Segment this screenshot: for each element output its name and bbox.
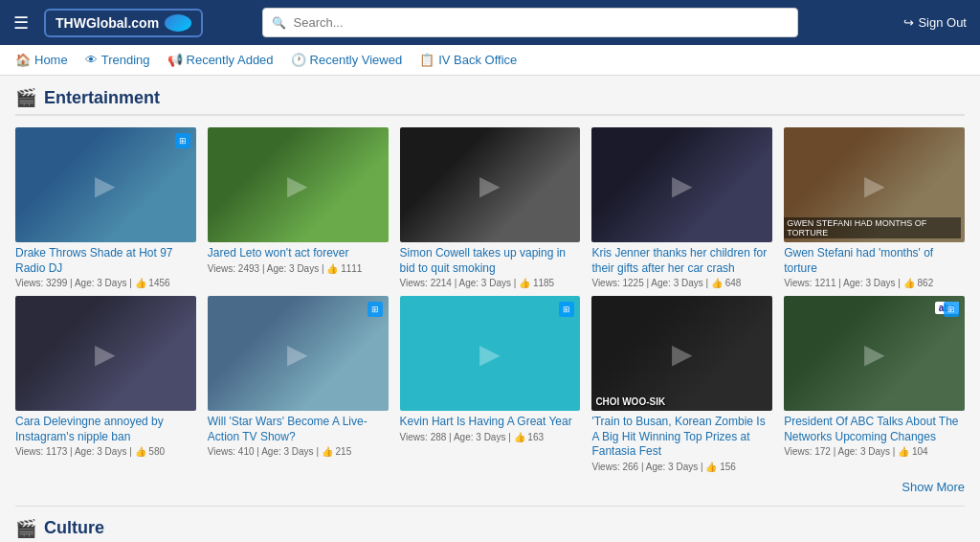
video-card[interactable]: ▶ Jared Leto won't act forever Views: 24… <box>208 127 389 288</box>
main-nav: 🏠 Home 👁 Trending 📢 Recently Added 🕐 Rec… <box>0 45 980 76</box>
video-card[interactable]: ▶ GWEN STEFANI HAD MONTHS OF TORTURE Gwe… <box>784 127 965 288</box>
video-card[interactable]: ▶ Cara Delevingne annoyed by Instagram's… <box>15 296 196 472</box>
section-divider <box>15 506 965 507</box>
search-input[interactable] <box>262 8 798 37</box>
logo-globe-icon <box>165 14 191 32</box>
hamburger-icon[interactable]: ☰ <box>13 12 29 34</box>
thumb-image: ▶ <box>208 296 389 411</box>
video-overlay-icon: ⊞ <box>559 302 574 317</box>
video-card[interactable]: ▶ ⊞ Will 'Star Wars' Become A Live-Actio… <box>208 296 389 472</box>
video-overlay-icon: ⊞ <box>175 133 190 148</box>
video-thumbnail: ▶ CHOI WOO-SIK <box>591 296 772 411</box>
video-meta: Views: 1211 | Age: 3 Days | 👍 862 <box>784 278 965 288</box>
video-title[interactable]: 'Train to Busan, Korean Zombie Is A Big … <box>591 415 772 460</box>
recently-added-icon: 📢 <box>167 53 183 67</box>
search-bar: 🔍 <box>262 8 798 37</box>
video-card[interactable]: ▶ CHOI WOO-SIK 'Train to Busan, Korean Z… <box>591 296 772 472</box>
entertainment-row-2: ▶ Cara Delevingne annoyed by Instagram's… <box>15 296 965 472</box>
video-thumbnail: ▶ ⊞ <box>400 296 581 411</box>
logo[interactable]: THWGlobal.com <box>44 9 203 37</box>
video-card[interactable]: ▶ ⊞ Drake Throws Shade at Hot 97 Radio D… <box>15 127 196 288</box>
thumb-image: ▶ <box>400 127 581 242</box>
video-thumbnail: ▶ <box>208 127 389 242</box>
video-thumbnail: ▶ ⊞ <box>15 127 196 242</box>
video-card[interactable]: ▶ ⊞ Kevin Hart Is Having A Great Year Vi… <box>400 296 581 472</box>
show-more-entertainment[interactable]: Show More <box>15 480 965 494</box>
video-title[interactable]: Will 'Star Wars' Become A Live-Action TV… <box>208 415 389 444</box>
thumb-image: ▶ <box>591 296 772 411</box>
trending-icon: 👁 <box>85 53 98 67</box>
video-title[interactable]: Cara Delevingne annoyed by Instagram's n… <box>15 415 196 444</box>
video-title[interactable]: Drake Throws Shade at Hot 97 Radio DJ <box>15 246 196 276</box>
header: ☰ THWGlobal.com 🔍 ↪ Sign Out <box>0 0 980 45</box>
logo-text: THWGlobal.com <box>56 15 159 31</box>
video-title[interactable]: Simon Cowell takes up vaping in bid to q… <box>400 246 581 276</box>
video-title[interactable]: Gwen Stefani had 'months' of torture <box>784 246 965 276</box>
culture-section-header: 🎬 Culture <box>15 518 965 542</box>
entertainment-title: Entertainment <box>44 88 160 108</box>
video-meta: Views: 3299 | Age: 3 Days | 👍 1456 <box>15 278 196 288</box>
main-content: 🎬 Entertainment ▶ ⊞ Drake Throws Shade a… <box>0 76 980 542</box>
recently-viewed-icon: 🕐 <box>291 53 306 67</box>
thumb-image: ▶ <box>15 127 196 242</box>
video-meta: Views: 410 | Age: 3 Days | 👍 215 <box>208 446 389 457</box>
nav-recently-viewed[interactable]: 🕐 Recently Viewed <box>291 53 403 67</box>
video-overlay-icon: ⊞ <box>944 302 959 317</box>
video-meta: Views: 2493 | Age: 3 Days | 👍 1111 <box>208 263 389 274</box>
signout-icon: ↪ <box>903 15 914 30</box>
culture-icon: 🎬 <box>15 518 36 539</box>
entertainment-section-header: 🎬 Entertainment <box>15 87 965 116</box>
thumb-image: ▶ <box>15 296 196 411</box>
video-thumbnail: ▶ ⊞ <box>208 296 389 411</box>
video-thumbnail: ▶ abc ⊞ <box>784 296 965 411</box>
video-title[interactable]: Kris Jenner thanks her children for thei… <box>591 246 772 276</box>
video-card[interactable]: ▶ Simon Cowell takes up vaping in bid to… <box>400 127 581 288</box>
thumb-image: ▶ <box>591 127 772 242</box>
video-card[interactable]: ▶ Kris Jenner thanks her children for th… <box>591 127 772 288</box>
video-thumbnail: ▶ GWEN STEFANI HAD MONTHS OF TORTURE <box>784 127 965 242</box>
entertainment-row-1: ▶ ⊞ Drake Throws Shade at Hot 97 Radio D… <box>15 127 965 288</box>
video-card[interactable]: ▶ abc ⊞ President Of ABC Talks About The… <box>784 296 965 472</box>
video-meta: Views: 288 | Age: 3 Days | 👍 163 <box>400 432 581 442</box>
thumb-image: ▶ <box>208 127 389 242</box>
video-thumbnail: ▶ <box>591 127 772 242</box>
nav-iv-back-office[interactable]: 📋 IV Back Office <box>419 53 517 67</box>
nav-recently-added[interactable]: 📢 Recently Added <box>167 53 274 67</box>
culture-title: Culture <box>44 518 104 538</box>
video-thumbnail: ▶ <box>400 127 581 242</box>
entertainment-icon: 🎬 <box>15 87 36 108</box>
thumb-image: ▶ <box>400 296 581 411</box>
thumb-label: CHOI WOO-SIK <box>595 396 665 407</box>
video-meta: Views: 2214 | Age: 3 Days | 👍 1185 <box>400 278 581 288</box>
video-meta: Views: 172 | Age: 3 Days | 👍 104 <box>784 446 965 457</box>
video-meta: Views: 1173 | Age: 3 Days | 👍 580 <box>15 446 196 457</box>
thumb-caption: GWEN STEFANI HAD MONTHS OF TORTURE <box>784 217 961 238</box>
video-meta: Views: 266 | Age: 3 Days | 👍 156 <box>591 462 772 472</box>
video-title[interactable]: Jared Leto won't act forever <box>208 246 389 261</box>
search-icon: 🔍 <box>272 16 286 30</box>
video-meta: Views: 1225 | Age: 3 Days | 👍 648 <box>591 278 772 288</box>
video-thumbnail: ▶ <box>15 296 196 411</box>
video-title[interactable]: Kevin Hart Is Having A Great Year <box>400 415 581 430</box>
home-icon: 🏠 <box>15 53 31 67</box>
back-office-icon: 📋 <box>419 53 434 67</box>
signout-button[interactable]: ↪ Sign Out <box>903 15 967 30</box>
video-title[interactable]: President Of ABC Talks About The Network… <box>784 415 965 444</box>
nav-trending[interactable]: 👁 Trending <box>85 53 150 67</box>
video-overlay-icon: ⊞ <box>368 302 383 317</box>
nav-home[interactable]: 🏠 Home <box>15 53 68 67</box>
